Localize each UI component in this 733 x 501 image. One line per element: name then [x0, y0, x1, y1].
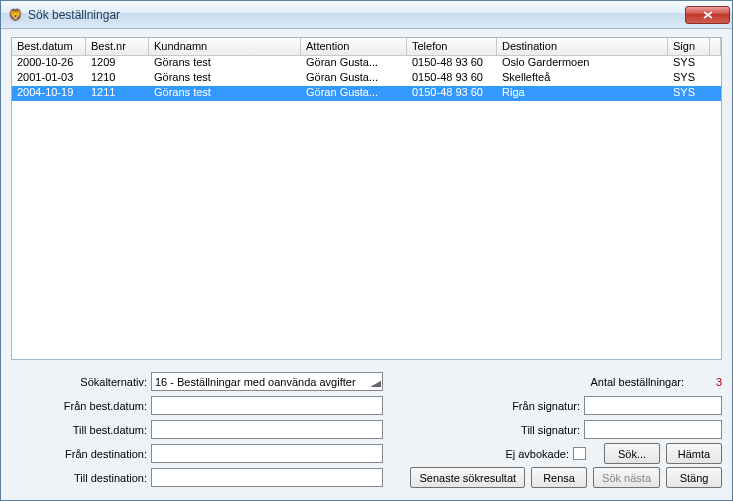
table-cell: SYS: [668, 86, 710, 101]
table-cell: Göran Gusta...: [301, 71, 407, 86]
col-header-dest[interactable]: Destination: [497, 38, 668, 55]
close-icon: [703, 11, 713, 19]
table-cell: Göran Gusta...: [301, 56, 407, 71]
table-cell: SYS: [668, 56, 710, 71]
table-cell: [710, 71, 721, 86]
table-cell: Görans test: [149, 71, 301, 86]
chevron-down-icon: ◢: [370, 379, 381, 388]
till-dest-label: Till destination:: [11, 472, 151, 484]
till-dest-input[interactable]: [151, 468, 383, 487]
till-best-label: Till best.datum:: [11, 424, 151, 436]
table-cell: SYS: [668, 71, 710, 86]
fran-dest-input[interactable]: [151, 444, 383, 463]
antal-label: Antal beställningar:: [590, 376, 684, 388]
antal-value: 3: [692, 376, 722, 388]
fran-best-label: Från best.datum:: [11, 400, 151, 412]
table-cell: 0150-48 93 60: [407, 86, 497, 101]
window-frame: 🦁 Sök beställningar Best.datum Best.nr K…: [0, 0, 733, 501]
ej-avbok-checkbox[interactable]: [573, 447, 586, 460]
table-cell: 2000-10-26: [12, 56, 86, 71]
close-button[interactable]: [685, 6, 730, 24]
col-header-nr[interactable]: Best.nr: [86, 38, 149, 55]
table-body: 2000-10-261209Görans testGöran Gusta...0…: [12, 56, 721, 359]
table-cell: 0150-48 93 60: [407, 56, 497, 71]
table-cell: Riga: [497, 86, 668, 101]
sok-nasta-button[interactable]: Sök nästa: [593, 467, 660, 488]
col-header-sign[interactable]: Sign: [668, 38, 710, 55]
table-header: Best.datum Best.nr Kundnamn Attention Te…: [12, 38, 721, 56]
titlebar: 🦁 Sök beställningar: [1, 1, 732, 29]
table-cell: Oslo Gardermoen: [497, 56, 668, 71]
content-area: Best.datum Best.nr Kundnamn Attention Te…: [1, 29, 732, 500]
table-cell: 1209: [86, 56, 149, 71]
table-cell: 1210: [86, 71, 149, 86]
col-header-date[interactable]: Best.datum: [12, 38, 86, 55]
ej-avbok-label: Ej avbokade:: [505, 448, 573, 460]
search-form: Sökalternativ: 16 - Beställningar med oa…: [11, 370, 722, 490]
table-cell: 0150-48 93 60: [407, 71, 497, 86]
fran-dest-label: Från destination:: [11, 448, 151, 460]
results-table[interactable]: Best.datum Best.nr Kundnamn Attention Te…: [11, 37, 722, 360]
table-cell: [710, 56, 721, 71]
fran-sign-label: Från signatur:: [486, 400, 584, 412]
sokalt-label: Sökalternativ:: [11, 376, 151, 388]
table-cell: [710, 86, 721, 101]
table-cell: Göran Gusta...: [301, 86, 407, 101]
fran-best-input[interactable]: [151, 396, 383, 415]
window-title: Sök beställningar: [28, 8, 120, 22]
col-header-spacer: [710, 38, 721, 55]
sokalt-select[interactable]: 16 - Beställningar med oanvända avgifter…: [151, 372, 383, 391]
senaste-button[interactable]: Senaste sökresultat: [410, 467, 525, 488]
app-icon: 🦁: [7, 7, 23, 23]
hamta-button[interactable]: Hämta: [666, 443, 722, 464]
col-header-telefon[interactable]: Telefon: [407, 38, 497, 55]
table-cell: Görans test: [149, 56, 301, 71]
table-row[interactable]: 2000-10-261209Görans testGöran Gusta...0…: [12, 56, 721, 71]
table-cell: 2001-01-03: [12, 71, 86, 86]
fran-sign-input[interactable]: [584, 396, 722, 415]
table-cell: Skellefteå: [497, 71, 668, 86]
table-row[interactable]: 2004-10-191211Görans testGöran Gusta...0…: [12, 86, 721, 101]
stang-button[interactable]: Stäng: [666, 467, 722, 488]
sokalt-value: 16 - Beställningar med oanvända avgifter: [155, 376, 356, 388]
table-cell: 1211: [86, 86, 149, 101]
sok-button[interactable]: Sök...: [604, 443, 660, 464]
table-cell: 2004-10-19: [12, 86, 86, 101]
till-best-input[interactable]: [151, 420, 383, 439]
table-row[interactable]: 2001-01-031210Görans testGöran Gusta...0…: [12, 71, 721, 86]
col-header-attention[interactable]: Attention: [301, 38, 407, 55]
till-sign-label: Till signatur:: [486, 424, 584, 436]
till-sign-input[interactable]: [584, 420, 722, 439]
col-header-name[interactable]: Kundnamn: [149, 38, 301, 55]
rensa-button[interactable]: Rensa: [531, 467, 587, 488]
table-cell: Görans test: [149, 86, 301, 101]
